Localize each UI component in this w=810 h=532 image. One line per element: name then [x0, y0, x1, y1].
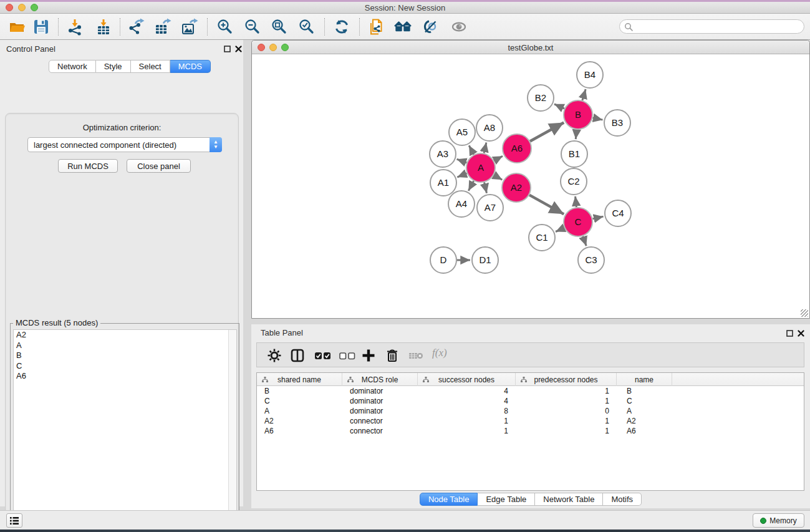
table-row[interactable]: Adominator80A	[257, 406, 804, 416]
graph-node-B2[interactable]: B2	[528, 85, 554, 111]
graph-edge-A-A8[interactable]	[484, 142, 486, 153]
column-header-name[interactable]: name	[617, 373, 672, 386]
graph-node-C[interactable]: C	[564, 208, 592, 236]
graph-edge-C-C4[interactable]	[592, 216, 603, 219]
graph-node-D1[interactable]: D1	[472, 247, 498, 273]
tab-node-table[interactable]: Node Table	[420, 493, 478, 506]
graph-node-A7[interactable]: A7	[477, 195, 503, 221]
graph-edge-A-A1[interactable]	[457, 173, 466, 177]
run-mcds-button[interactable]: Run MCDS	[58, 159, 118, 173]
tab-network-table[interactable]: Network Table	[535, 493, 603, 506]
tab-motifs[interactable]: Motifs	[603, 493, 642, 506]
function-builder-icon[interactable]: f(x)	[432, 347, 447, 359]
table-row[interactable]: A6connector11A6	[257, 426, 804, 436]
graph-edge-A-A7[interactable]	[484, 182, 486, 193]
network-window-titlebar[interactable]: testGlobe.txt	[252, 41, 809, 54]
graph-edge-B-B2[interactable]	[554, 104, 564, 109]
home-view-icon[interactable]	[394, 18, 412, 36]
graph-node-B1[interactable]: B1	[561, 141, 587, 167]
save-session-icon[interactable]	[32, 18, 50, 36]
graph-edge-C-C3[interactable]	[583, 236, 586, 246]
open-session-icon[interactable]	[8, 18, 26, 36]
mcds-result-list[interactable]: A2ABCA6	[13, 329, 237, 532]
graph-edge-C-C1[interactable]	[556, 228, 564, 231]
delete-column-icon[interactable]	[385, 348, 400, 363]
graph-node-A[interactable]: A	[466, 153, 495, 182]
graph-node-A6[interactable]: A6	[503, 134, 531, 163]
table-row[interactable]: Bdominator41B	[257, 386, 804, 396]
search-input[interactable]	[619, 19, 804, 34]
node-table[interactable]: shared nameMCDS rolesuccessor nodesprede…	[256, 372, 804, 491]
graph-edge-A-A3[interactable]	[457, 159, 467, 163]
column-selector-icon[interactable]	[290, 348, 305, 363]
import-table-icon[interactable]	[95, 18, 112, 36]
network-canvas[interactable]: B4B2BB3A8A5A6A3B1AA1C2A2A4A7C4CC1C3DD1	[252, 55, 809, 318]
export-network-icon[interactable]	[127, 18, 145, 36]
select-all-icon[interactable]	[314, 348, 332, 363]
resize-grip[interactable]	[801, 309, 808, 317]
result-list-item[interactable]: C	[14, 361, 236, 372]
graph-node-A5[interactable]: A5	[449, 119, 475, 145]
table-row[interactable]: Cdominator41C	[257, 396, 804, 406]
graph-node-C1[interactable]: C1	[529, 225, 555, 251]
float-panel-icon[interactable]	[786, 330, 793, 337]
graph-node-C3[interactable]: C3	[578, 247, 604, 273]
tab-edge-table[interactable]: Edge Table	[478, 493, 535, 506]
export-image-icon[interactable]	[181, 18, 198, 36]
tab-style[interactable]: Style	[96, 60, 131, 73]
graph-node-B[interactable]: B	[564, 100, 592, 129]
memory-button[interactable]: Memory	[753, 513, 804, 528]
clone-network-icon[interactable]	[368, 18, 385, 36]
graph-edge-A-A2[interactable]	[494, 175, 502, 180]
add-column-icon[interactable]	[361, 348, 376, 363]
graph-node-C4[interactable]: C4	[605, 200, 631, 226]
close-panel-button[interactable]: Close panel	[127, 159, 191, 173]
column-header-successor-nodes[interactable]: successor nodes	[418, 373, 516, 386]
refresh-layout-icon[interactable]	[333, 18, 350, 36]
graph-edge-B-B1[interactable]	[576, 130, 576, 139]
tab-mcds[interactable]: MCDS	[170, 60, 211, 73]
column-header-MCDS-role[interactable]: MCDS role	[342, 373, 418, 386]
column-header-predecessor-nodes[interactable]: predecessor nodes	[516, 373, 617, 386]
graph-edge-A2-C[interactable]	[529, 195, 564, 215]
graph-node-B3[interactable]: B3	[604, 110, 630, 136]
table-row[interactable]: A2connector11A2	[257, 416, 804, 426]
close-panel-icon[interactable]	[798, 330, 804, 337]
graph-edge-A6-B[interactable]	[530, 123, 564, 142]
graph-node-D[interactable]: D	[430, 247, 456, 273]
delete-table-icon[interactable]	[408, 348, 425, 363]
column-header-shared-name[interactable]: shared name	[257, 373, 342, 386]
zoom-out-icon[interactable]	[244, 18, 261, 36]
graph-node-A8[interactable]: A8	[476, 115, 503, 141]
graph-edge-B-B3[interactable]	[593, 118, 603, 120]
eye-icon[interactable]	[450, 18, 468, 36]
graph-node-B4[interactable]: B4	[577, 62, 603, 88]
graph-edge-A-A6[interactable]	[494, 156, 503, 160]
graph-node-A3[interactable]: A3	[430, 141, 456, 167]
close-panel-icon[interactable]	[235, 46, 242, 52]
graph-edge-A-A4[interactable]	[468, 181, 473, 191]
export-table-icon[interactable]	[154, 18, 171, 36]
task-history-button[interactable]	[6, 513, 22, 528]
criterion-select[interactable]: largest connected component (directed) ▲…	[27, 137, 222, 152]
search-text-field[interactable]	[636, 21, 798, 32]
graph-node-A4[interactable]: A4	[448, 191, 475, 217]
zoom-in-icon[interactable]	[216, 18, 234, 36]
zoom-fit-icon[interactable]	[271, 18, 288, 36]
toggle-graphics-details-icon[interactable]	[422, 18, 439, 36]
float-panel-icon[interactable]	[224, 46, 231, 52]
deselect-all-icon[interactable]	[339, 348, 356, 363]
graph-edge-C-C2[interactable]	[576, 196, 577, 207]
graph-node-A1[interactable]: A1	[430, 170, 456, 196]
import-network-icon[interactable]	[66, 18, 84, 36]
tab-network[interactable]: Network	[49, 60, 96, 73]
result-list-scrollbar[interactable]	[228, 330, 236, 531]
graph-node-C2[interactable]: C2	[561, 168, 587, 195]
result-list-item[interactable]: A6	[14, 371, 236, 382]
result-list-item[interactable]: A	[14, 341, 236, 351]
graph-node-A2[interactable]: A2	[502, 173, 531, 202]
zoom-selected-icon[interactable]	[298, 18, 316, 36]
table-settings-gear-icon[interactable]	[267, 348, 282, 363]
tab-select[interactable]: Select	[131, 60, 170, 73]
graph-edge-A-A5[interactable]	[469, 145, 474, 155]
